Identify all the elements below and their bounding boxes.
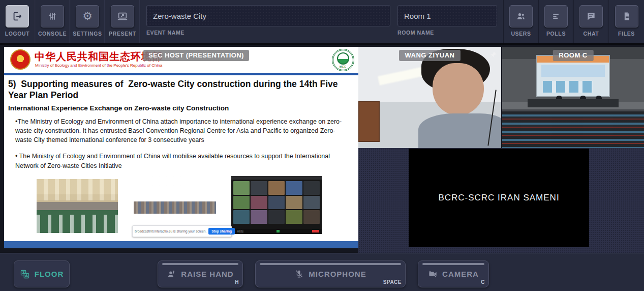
logout-button[interactable] [6,5,29,27]
console-group: CONSOLE [35,0,70,43]
floor-label: FLOOR [35,270,64,278]
polls-button[interactable] [544,5,568,27]
video-tile-bcrc-scrc[interactable]: BCRC-SCRC IRAN SAMENI [409,149,589,247]
hide-notification-button[interactable]: Hide [237,229,243,233]
bullet-1: •The Ministry of Ecology and Environment… [15,117,351,144]
video-tile-wang-ziyuan[interactable]: WANG ZIYUAN [358,47,501,148]
participant-name-badge: ROOM C [553,50,593,61]
slide-photos: broadcastintl.interactio.eu is sharing y… [4,174,358,236]
event-name-group: EVENT NAME [146,5,390,43]
presentation-slide: 中华人民共和国生态环境部 Ministry of Ecology and Env… [4,47,358,248]
stop-sharing-button[interactable]: Stop sharing [208,228,235,235]
share-notification-text: broadcastintl.interactio.eu is sharing y… [135,229,206,233]
room-name-label: ROOM NAME [397,30,497,36]
slide-title: 5) Supporting measures of Zero-waste Cit… [8,78,356,101]
button-top-strip [422,263,484,265]
video-tile-room-c[interactable]: ROOM C [502,47,644,148]
gear-icon: ⚙ [82,11,93,22]
console-button[interactable] [41,5,64,27]
files-group: FILES [609,0,644,43]
room-name-input[interactable] [397,5,497,26]
zoom-tile-grid [233,181,320,224]
chat-group: CHAT [574,0,609,43]
polls-label: POLLS [546,31,566,37]
presenter-overlay-label: SEC HOST (PRESENTATION) [143,50,249,61]
users-label: USERS [511,31,531,37]
header-divider [4,73,358,75]
microphone-button[interactable]: MICROPHONE SPACE [255,260,406,287]
participant-name-badge: WANG ZIYUAN [399,50,461,61]
name-fields: EVENT NAME ROOM NAME [140,0,504,43]
mixer-icon [47,11,57,21]
console-label: CONSOLE [38,31,67,37]
toolbar: LOGOUT CONSOLE ⚙ SETTINGS [0,0,644,45]
mic-muted-icon [294,269,304,279]
settings-group: ⚙ SETTINGS [70,0,105,43]
event-name-input[interactable] [146,5,390,26]
logout-label: LOGOUT [5,31,30,37]
button-top-strip [162,263,238,265]
polls-icon [551,11,561,21]
file-icon [622,11,632,21]
users-group: USERS [504,0,539,43]
raise-hand-button[interactable]: RAISE HAND H [158,260,243,287]
conference-photo-1 [37,179,118,233]
microphone-shortcut: SPACE [383,279,402,285]
raise-hand-icon [167,269,176,279]
slide-bullets: •The Ministry of Ecology and Environment… [15,117,351,178]
chat-icon [586,11,596,21]
users-icon [516,11,526,21]
screen-share-notification: broadcastintl.interactio.eu is sharing y… [132,225,232,237]
main-area: 中华人民共和国生态环境部 Ministry of Ecology and Env… [0,46,644,253]
conference-app: LOGOUT CONSOLE ⚙ SETTINGS [0,0,644,291]
logout-group: LOGOUT [0,0,35,43]
chat-button[interactable] [579,5,603,27]
microphone-label: MICROPHONE [309,270,366,278]
wang-video-feed [358,47,501,148]
camera-shortcut: C [481,279,485,285]
mee-logo-icon: MEE [332,49,354,71]
mee-logo-inner [337,52,349,65]
bullet-2: • The Ministry of Ecology and Environmen… [15,152,351,170]
slide-header: 中华人民共和国生态环境部 Ministry of Ecology and Env… [4,47,358,73]
files-label: FILES [618,31,635,37]
settings-label: SETTINGS [73,31,102,37]
button-top-strip [260,263,401,265]
settings-button[interactable]: ⚙ [76,5,99,27]
floor-language-button[interactable]: FLOOR [14,260,70,287]
present-group: PRESENT [105,0,140,43]
camera-label: CAMERA [442,270,479,278]
chat-label: CHAT [584,31,599,37]
raise-hand-label: RAISE HAND [181,270,233,278]
camera-button[interactable]: CAMERA C [418,260,489,287]
room-c-video-feed [502,47,644,148]
conference-photo-2 [134,174,216,231]
zoom-meeting-screenshot [231,176,322,234]
raise-hand-shortcut: H [235,279,239,285]
event-name-label: EVENT NAME [146,30,390,36]
users-button[interactable] [509,5,533,27]
translate-icon [20,269,30,279]
camera-muted-icon [428,269,438,279]
slide-footer-bar [4,241,358,248]
mee-logo-text: MEE [340,65,347,68]
present-icon [117,11,128,22]
present-label: PRESENT [109,31,136,37]
present-button[interactable] [111,5,134,27]
polls-group: POLLS [539,0,574,43]
pin-icon[interactable] [489,51,497,61]
room-name-group: ROOM NAME [397,5,497,43]
logout-icon [12,11,23,22]
control-bar: FLOOR RAISE HAND H [0,253,644,291]
slide-subtitle: International Experience Exchange on Zer… [8,104,229,112]
participant-name-text: BCRC-SCRC IRAN SAMENI [438,193,559,203]
ministry-title-en: Ministry of Ecology and Environment of t… [35,63,162,68]
china-national-emblem-icon [10,49,30,70]
files-button[interactable] [615,5,638,27]
